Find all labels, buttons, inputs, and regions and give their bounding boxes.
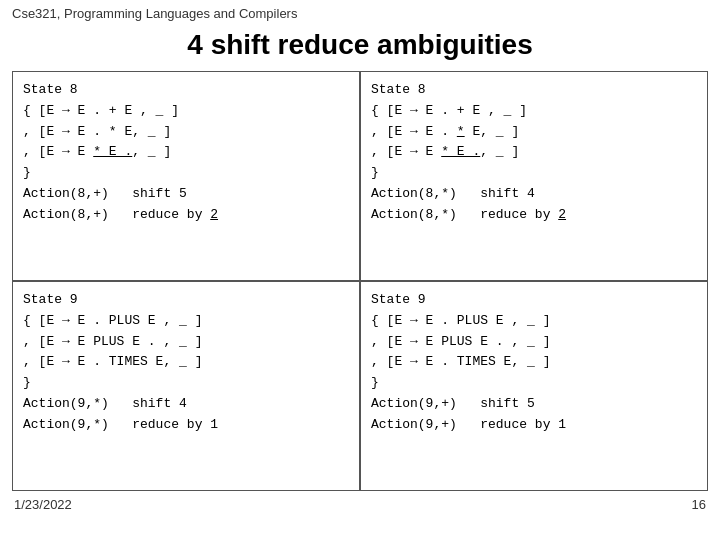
line-br-5: Action(9,+) shift 5 — [371, 394, 697, 415]
content-grid: State 8 { [E → E . + E , _ ] , [E → E . … — [12, 71, 708, 491]
line-tr-3: , [E → E * E ., _ ] — [371, 142, 697, 163]
line-br-2: , [E → E PLUS E . , _ ] — [371, 332, 697, 353]
line-br-1: { [E → E . PLUS E , _ ] — [371, 311, 697, 332]
line-bl-1: { [E → E . PLUS E , _ ] — [23, 311, 349, 332]
footer: 1/23/2022 16 — [0, 491, 720, 512]
footer-date: 1/23/2022 — [14, 497, 72, 512]
line-tl-3: , [E → E * E ., _ ] — [23, 142, 349, 163]
line-tl-5: Action(8,+) shift 5 — [23, 184, 349, 205]
line-bl-2: , [E → E PLUS E . , _ ] — [23, 332, 349, 353]
footer-page: 16 — [692, 497, 706, 512]
page-title: 4 shift reduce ambiguities — [0, 23, 720, 71]
state-label-bl: State 9 — [23, 290, 349, 311]
line-tr-5: Action(8,*) shift 4 — [371, 184, 697, 205]
line-tl-2: , [E → E . * E, _ ] — [23, 122, 349, 143]
line-tr-1: { [E → E . + E , _ ] — [371, 101, 697, 122]
state-label-br: State 9 — [371, 290, 697, 311]
line-tl-4: } — [23, 163, 349, 184]
line-br-3: , [E → E . TIMES E, _ ] — [371, 352, 697, 373]
cell-bottom-left: State 9 { [E → E . PLUS E , _ ] , [E → E… — [13, 281, 360, 490]
course-title: Cse321, Programming Languages and Compil… — [12, 6, 297, 21]
state-label-tl: State 8 — [23, 80, 349, 101]
line-tl-6: Action(8,+) reduce by 2 — [23, 205, 349, 226]
cell-top-right: State 8 { [E → E . + E , _ ] , [E → E . … — [360, 72, 707, 281]
line-tr-4: } — [371, 163, 697, 184]
line-tr-6: Action(8,*) reduce by 2 — [371, 205, 697, 226]
cell-bottom-right: State 9 { [E → E . PLUS E , _ ] , [E → E… — [360, 281, 707, 490]
line-br-6: Action(9,+) reduce by 1 — [371, 415, 697, 436]
line-tl-1: { [E → E . + E , _ ] — [23, 101, 349, 122]
state-label-tr: State 8 — [371, 80, 697, 101]
line-tr-2: , [E → E . * E, _ ] — [371, 122, 697, 143]
line-bl-3: , [E → E . TIMES E, _ ] — [23, 352, 349, 373]
cell-top-left: State 8 { [E → E . + E , _ ] , [E → E . … — [13, 72, 360, 281]
line-br-4: } — [371, 373, 697, 394]
line-bl-6: Action(9,*) reduce by 1 — [23, 415, 349, 436]
course-header: Cse321, Programming Languages and Compil… — [0, 0, 720, 23]
line-bl-4: } — [23, 373, 349, 394]
line-bl-5: Action(9,*) shift 4 — [23, 394, 349, 415]
